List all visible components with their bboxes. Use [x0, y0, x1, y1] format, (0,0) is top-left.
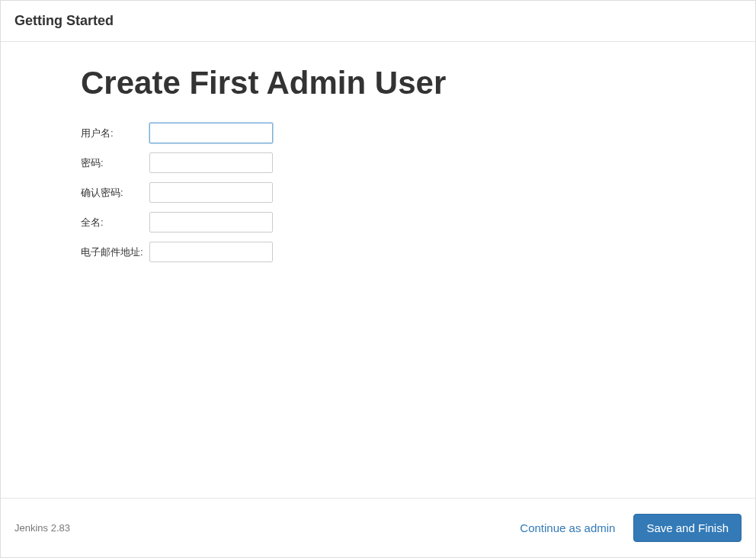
- confirm-password-input[interactable]: [149, 182, 273, 203]
- email-label: 电子邮件地址:: [81, 245, 149, 259]
- save-and-finish-button[interactable]: Save and Finish: [633, 514, 742, 542]
- password-label: 密码:: [81, 156, 149, 170]
- email-input[interactable]: [149, 242, 273, 262]
- header-title: Getting Started: [14, 13, 742, 29]
- username-label: 用户名:: [81, 127, 149, 140]
- form-row-fullname: 全名:: [81, 212, 755, 232]
- continue-as-admin-button[interactable]: Continue as admin: [520, 521, 615, 534]
- fullname-input[interactable]: [149, 212, 273, 232]
- footer-actions: Continue as admin Save and Finish: [520, 514, 742, 542]
- username-input[interactable]: [149, 123, 273, 143]
- confirm-password-label: 确认密码:: [81, 186, 149, 200]
- form-row-password: 密码:: [81, 152, 755, 173]
- footer: Jenkins 2.83 Continue as admin Save and …: [1, 498, 755, 557]
- form-row-username: 用户名:: [81, 123, 755, 143]
- fullname-label: 全名:: [81, 216, 149, 229]
- form-row-email: 电子邮件地址:: [81, 242, 755, 262]
- main-content: Create First Admin User 用户名: 密码: 确认密码: 全…: [1, 42, 755, 498]
- password-input[interactable]: [149, 152, 273, 173]
- version-text: Jenkins 2.83: [14, 522, 70, 534]
- page-heading: Create First Admin User: [81, 65, 755, 101]
- form-row-confirm-password: 确认密码:: [81, 182, 755, 203]
- header: Getting Started: [1, 1, 755, 42]
